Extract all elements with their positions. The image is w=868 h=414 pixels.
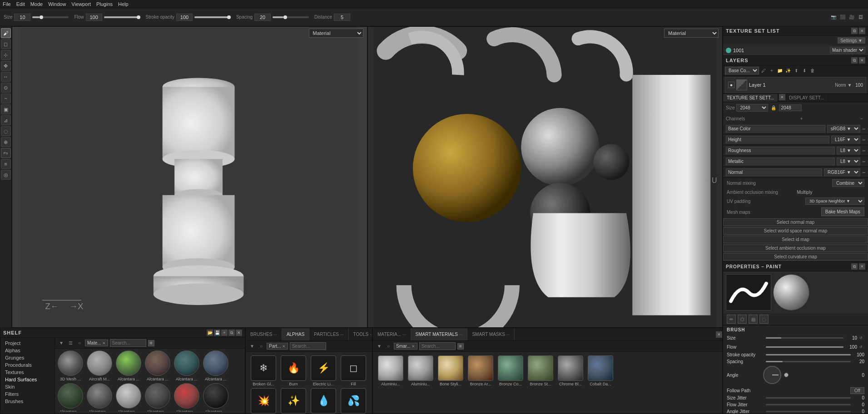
stamp-tool-btn[interactable]: ⊙ (1, 83, 11, 93)
move-tool-btn[interactable]: ↔ (1, 72, 11, 82)
tsl-close-btn[interactable]: ✕ (859, 28, 865, 34)
tss-size-select[interactable]: 2048 (736, 104, 768, 112)
brush-item[interactable]: ◻ Fill (339, 355, 367, 386)
tab-texture-set-settings[interactable]: TEXTURE SET SETT... (723, 94, 778, 102)
size-jitter-value[interactable]: 0 (853, 395, 864, 400)
channel-metallic-format[interactable]: L8 ▼ (837, 158, 860, 165)
brushes-circle-icon[interactable]: ○ (258, 343, 265, 350)
layers-restore-btn[interactable]: ⧉ (851, 57, 858, 64)
materials-grid-toggle[interactable]: ⊞ (457, 343, 464, 350)
flow-jitter-slider[interactable] (766, 404, 851, 405)
flow-slider[interactable] (104, 16, 140, 18)
shelf-grid-toggle[interactable]: ⊞ (148, 340, 154, 346)
brush-spacing-value[interactable]: 20 (853, 359, 864, 364)
size-value[interactable]: 10 (14, 14, 30, 21)
tsl-shader-select[interactable]: Main shader (830, 47, 865, 54)
shelf-item[interactable]: Alcantara ... (173, 383, 200, 412)
clone-tool-btn[interactable]: ⊕ (1, 137, 11, 147)
category-brushes[interactable]: Brushes (3, 398, 52, 405)
brush-item[interactable]: 💥 Fracture (249, 388, 278, 414)
viewport-right[interactable]: Material (367, 26, 723, 328)
brushes-search-input[interactable] (290, 342, 326, 350)
brush-angle-dot[interactable] (784, 373, 789, 377)
material-item[interactable]: Cobalt Da... (586, 355, 615, 386)
menu-help[interactable]: Help (118, 1, 129, 7)
shelf-item[interactable]: Alcantara ... (86, 383, 113, 412)
shelf-circle-icon[interactable]: ○ (76, 340, 83, 347)
material-item[interactable]: Bronze Ar... (466, 355, 495, 386)
brush-item[interactable]: 💦 Leaks Heavy (339, 388, 367, 414)
video-icon[interactable]: 🎥 (848, 14, 855, 21)
select-id-map-btn[interactable]: Select id map (723, 236, 868, 243)
shelf-item[interactable]: Alcantara ... (144, 350, 171, 381)
material-item[interactable]: Chrome Bl... (556, 355, 585, 386)
channel-height-format[interactable]: L16F ▼ (831, 136, 860, 143)
menu-mode[interactable]: Mode (30, 1, 43, 7)
layers-close-btn[interactable]: ✕ (859, 57, 865, 64)
spacing-value[interactable]: 20 (254, 14, 271, 21)
brush-flow-reset-icon[interactable]: ↺ (857, 343, 864, 350)
layers-add-icon[interactable]: + (768, 67, 775, 74)
materials-filter-icon[interactable]: ▼ (376, 343, 383, 350)
layer-blend-mode[interactable]: Norm ▼ (835, 83, 852, 88)
transform-tool-btn[interactable]: ✥ (1, 61, 11, 71)
viewport-left[interactable]: Material (12, 26, 367, 328)
shelf-filter-remove[interactable]: ✕ (102, 341, 106, 345)
layer-item[interactable]: ● Layer 1 Norm ▼ 100 (725, 77, 866, 93)
category-alphas[interactable]: Alphas (3, 347, 52, 354)
angle-jitter-value[interactable]: 0 (853, 409, 864, 414)
material-tool-btn[interactable]: ◎ (1, 170, 11, 180)
brushes-filter-icon[interactable]: ▼ (248, 343, 256, 350)
brush-item[interactable]: 🔥 Burn (279, 355, 308, 386)
distance-value[interactable]: 5 (334, 14, 350, 21)
layers-duplicate-icon[interactable]: ⬇ (801, 67, 808, 74)
select-tool-btn[interactable]: ⊹ (1, 50, 11, 60)
brush-item[interactable]: 💧 Leaks (309, 388, 337, 414)
select-normal-map-btn[interactable]: Select normal map (723, 218, 868, 226)
select-world-normal-btn[interactable]: Select world space normal map (723, 227, 868, 235)
shelf-restore-btn[interactable]: ⧉ (228, 330, 235, 336)
tss-close-btn[interactable]: ✕ (779, 94, 785, 100)
viewport-right-dropdown[interactable]: Material (664, 29, 719, 38)
brush-angle-dial[interactable] (763, 366, 781, 384)
ps-tool-btn[interactable]: Ps (1, 148, 11, 158)
material-item[interactable]: Bone Styli... (436, 355, 465, 386)
shelf-item[interactable]: Aircraft M... (86, 350, 113, 381)
shelf-item[interactable]: Alcantara ... (202, 383, 229, 412)
shelf-item[interactable]: 3D Mesh ... (57, 350, 84, 381)
tab-smart-materials[interactable]: SMART MATERIALS ··· (411, 328, 468, 340)
material-item[interactable]: Bronze Co... (496, 355, 525, 386)
shelf-item[interactable]: Alcantara ... (115, 350, 142, 381)
channel-metallic-remove[interactable]: − (862, 158, 865, 165)
paint-tool-btn[interactable]: 🖌 (1, 28, 11, 38)
layers-paint-icon[interactable]: 🖊 (760, 67, 767, 74)
shelf-list-icon[interactable]: ☰ (67, 340, 74, 347)
pp-restore-btn[interactable]: ⧉ (851, 263, 858, 270)
brush-size-slider[interactable] (766, 337, 843, 339)
shelf-filter-icon[interactable]: ▼ (58, 340, 65, 347)
category-filters[interactable]: Filters (3, 390, 52, 398)
tss-add-channel-btn[interactable]: + (798, 115, 805, 122)
shelf-item[interactable]: Alcantara ... (115, 383, 142, 412)
brush-item[interactable]: ⚡ Electric Li... (309, 355, 337, 386)
tab-brushes[interactable]: BRUSHES ··· (246, 328, 282, 340)
brush-type-icon-1[interactable]: ✏ (727, 315, 736, 324)
materials-filter-remove[interactable]: ✕ (412, 344, 415, 349)
shelf-item[interactable]: Alcantara ... (173, 350, 200, 381)
brush-stroke-opacity-value[interactable]: 100 (853, 352, 864, 357)
pick-tool-btn[interactable]: ⊿ (1, 115, 11, 125)
channel-normal-remove[interactable]: − (862, 169, 865, 176)
stroke-opacity-slider[interactable] (194, 16, 231, 18)
flow-jitter-value[interactable]: 0 (853, 402, 864, 407)
brush-stroke-opacity-slider[interactable] (766, 354, 851, 355)
materials-circle-icon[interactable]: ○ (385, 343, 392, 350)
tab-alphas[interactable]: ALPHAS (282, 328, 309, 340)
channel-base-color-remove[interactable]: − (862, 126, 865, 132)
lock-icon[interactable]: 🔒 (770, 104, 777, 112)
layers-import-icon[interactable]: ⬆ (793, 67, 800, 74)
pp-close-btn[interactable]: ✕ (859, 263, 865, 270)
brush-angle-value[interactable]: 0 (853, 373, 864, 378)
brush-size-value[interactable]: 10 (846, 335, 857, 340)
layers-delete-icon[interactable]: 🗑 (809, 67, 816, 74)
brush-item[interactable]: ✨ Laser Imp... (279, 388, 308, 414)
